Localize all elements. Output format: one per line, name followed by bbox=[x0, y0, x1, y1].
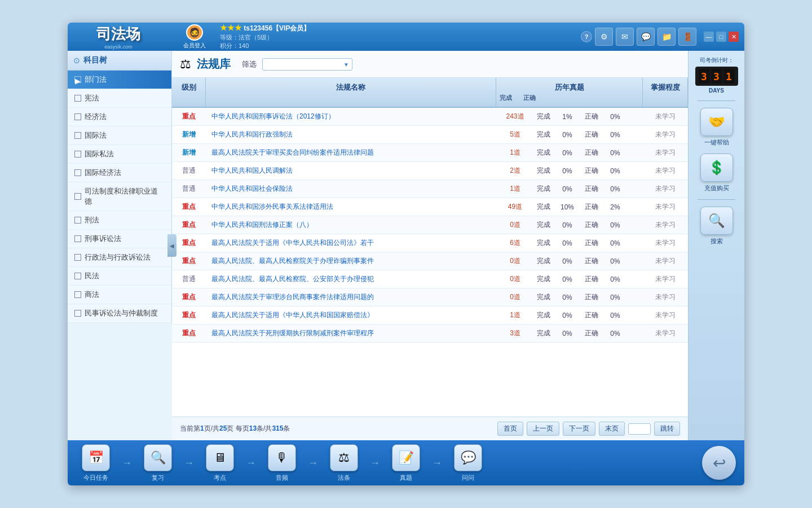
row-name: 最高人民法院、最高人民检察院关于办理诈骗刑事案件 bbox=[206, 252, 496, 270]
row-mastery: 未学习 bbox=[643, 108, 688, 125]
checkbox-guojifa bbox=[74, 132, 81, 139]
countdown-section: 司考倒计时： 3 3 1 DAYS bbox=[695, 56, 738, 94]
nav-exam-point[interactable]: 🖥 考点 bbox=[197, 443, 242, 483]
row-tag: 新增 bbox=[172, 126, 206, 143]
ask-icon: 💬 bbox=[454, 444, 482, 471]
checkbox-xingzhengfa bbox=[74, 254, 81, 261]
law-link[interactable]: 最高人民法院关于审理涉台民商事案件法律适用问题的 bbox=[211, 293, 374, 301]
sidebar-item-shangfa[interactable]: 商法 bbox=[68, 286, 171, 304]
help-icon[interactable]: ? bbox=[581, 31, 592, 42]
law-link[interactable]: 中华人民共和国刑事诉讼法（2012修订） bbox=[211, 112, 335, 120]
sidebar-item-xingzhengfa[interactable]: 行政法与行政诉讼法 bbox=[68, 248, 171, 267]
law-link[interactable]: 最高人民法院关于死刑缓期执行限制减刑案件审理程序 bbox=[211, 329, 374, 337]
law-link[interactable]: 中华人民共和国涉外民事关系法律适用法 bbox=[211, 203, 333, 211]
help-button[interactable]: 🤝 一键帮助 bbox=[694, 108, 739, 147]
sidebar-wrapper: ⊙ 科目树 ▶ 部门法 宪法 经济法 国际法 bbox=[68, 51, 172, 440]
row-tag: 重点 bbox=[172, 252, 206, 270]
col-level: 级别 bbox=[172, 78, 206, 107]
law-link[interactable]: 中华人民共和国刑法修正案（八） bbox=[211, 221, 313, 229]
last-page-button[interactable]: 末页 bbox=[599, 422, 625, 436]
recharge-button[interactable]: 💲 充值购买 bbox=[694, 154, 739, 192]
filter-select[interactable] bbox=[262, 58, 352, 71]
jump-button[interactable]: 跳转 bbox=[654, 422, 680, 436]
law-link[interactable]: 最高人民法院、最高人民检察院关于办理诈骗刑事案件 bbox=[211, 257, 374, 265]
nav-audio[interactable]: 🎙 音频 bbox=[259, 443, 304, 483]
sidebar-item-label: 国际法 bbox=[85, 130, 107, 141]
law-link[interactable]: 最高人民法院关于适用《中华人民共和国公司法》若干 bbox=[211, 239, 374, 247]
first-page-button[interactable]: 首页 bbox=[497, 422, 523, 436]
sidebar-item-guojijingjifa[interactable]: 国际经济法 bbox=[68, 164, 171, 182]
recharge-btn-label: 充值购买 bbox=[704, 184, 729, 192]
law-link[interactable]: 最高人民法院关于适用《中华人民共和国国家赔偿法》 bbox=[211, 311, 374, 319]
exit-icon[interactable]: 🚪 bbox=[678, 28, 696, 46]
maximize-button[interactable]: □ bbox=[716, 32, 726, 42]
back-icon: ↩ bbox=[702, 446, 736, 480]
login-button[interactable]: 🧔 会员登入 bbox=[175, 24, 214, 50]
page-jump-input[interactable] bbox=[628, 423, 651, 435]
nav-ask[interactable]: 💬 问问 bbox=[445, 443, 491, 483]
logo-text: 司法场 bbox=[96, 24, 140, 44]
sidebar-collapse-handle[interactable]: ◀ bbox=[167, 234, 176, 257]
nav-today-tasks[interactable]: 📅 今日任务 bbox=[73, 443, 118, 483]
prev-page-button[interactable]: 上一页 bbox=[527, 422, 559, 436]
nav-exam[interactable]: 📝 真题 bbox=[383, 443, 429, 483]
checkbox-guojisifa bbox=[74, 151, 81, 157]
table-row: 普通 最高人民法院、最高人民检察院、公安部关于办理侵犯 0道 完成 0% 正确 … bbox=[172, 270, 688, 288]
sidebar-item-jingjifa[interactable]: 经济法 bbox=[68, 108, 171, 126]
row-name: 最高人民法院、最高人民检察院、公安部关于办理侵犯 bbox=[206, 270, 496, 288]
col-history-done: 完成 bbox=[500, 94, 512, 102]
row-tag: 重点 bbox=[172, 198, 206, 216]
counter-label: 司考倒计时： bbox=[695, 56, 738, 64]
table-row: 重点 最高人民法院、最高人民检察院关于办理诈骗刑事案件 0道 完成 0% 正确 … bbox=[172, 252, 688, 270]
digit-1: 3 bbox=[699, 69, 710, 84]
nav-arrow-6: → bbox=[432, 457, 442, 469]
chat-icon[interactable]: 💬 bbox=[637, 28, 655, 46]
minimize-button[interactable]: — bbox=[704, 32, 714, 42]
law-link[interactable]: 最高人民法院、最高人民检察院、公安部关于办理侵犯 bbox=[211, 275, 374, 283]
sidebar-header[interactable]: ⊙ 科目树 bbox=[68, 51, 171, 71]
sidebar-item-label: 国际经济法 bbox=[85, 168, 121, 178]
law-link[interactable]: 最高人民法院关于审理买卖合同纠纷案件适用法律问题 bbox=[211, 148, 374, 156]
col-history: 历年真题 完成 正确 bbox=[496, 78, 643, 107]
table-header: 级别 法规名称 历年真题 完成 正确 掌握程度 bbox=[172, 78, 688, 108]
row-mastery: 未学习 bbox=[643, 216, 688, 234]
search-button[interactable]: 🔍 搜索 bbox=[694, 207, 739, 246]
col-name: 法规名称 bbox=[206, 78, 496, 107]
settings-icon[interactable]: ⚙ bbox=[595, 28, 613, 46]
win-controls: — □ ✕ bbox=[704, 32, 739, 42]
next-page-button[interactable]: 下一页 bbox=[563, 422, 595, 436]
sidebar-item-guojisifa[interactable]: 国际私法 bbox=[68, 145, 171, 164]
row-name: 中华人民共和国社会保险法 bbox=[206, 180, 496, 198]
row-history: 1道 完成 0% 正确 0% bbox=[496, 144, 643, 161]
sidebar-item-label: 宪法 bbox=[85, 93, 99, 103]
table-row: 普通 中华人民共和国人民调解法 2道 完成 0% 正确 0% 未学习 bbox=[172, 162, 688, 180]
nav-review[interactable]: 🔍 复习 bbox=[135, 443, 180, 483]
message-icon[interactable]: ✉ bbox=[616, 28, 634, 46]
folder-icon[interactable]: 📁 bbox=[657, 28, 676, 46]
search-btn-label: 搜索 bbox=[710, 237, 723, 246]
sidebar-item-minshisusong[interactable]: 民事诉讼法与仲裁制度 bbox=[68, 304, 171, 323]
sidebar-item-xingfa[interactable]: 刑法 bbox=[68, 211, 171, 230]
pagination: 当前第1页/共25页 每页13条/共315条 首页 上一页 下一页 末页 跳转 bbox=[172, 417, 688, 440]
row-mastery: 未学习 bbox=[643, 234, 688, 252]
law-link[interactable]: 中华人民共和国社会保险法 bbox=[211, 185, 293, 192]
sidebar-item-xingshisusong[interactable]: 刑事诉讼法 bbox=[68, 230, 171, 248]
checkbox-xingfa bbox=[74, 217, 81, 224]
close-button[interactable]: ✕ bbox=[729, 32, 739, 42]
row-tag: 普通 bbox=[172, 270, 206, 288]
logo-sub: easysik.com bbox=[96, 44, 140, 50]
row-tag: 重点 bbox=[172, 234, 206, 252]
sidebar-item-sifahezidu[interactable]: 司法制度和法律职业道德 bbox=[68, 182, 171, 211]
back-button[interactable]: ↩ bbox=[699, 443, 739, 483]
law-label: 法条 bbox=[338, 474, 350, 482]
row-history: 3道 完成 0% 正确 0% bbox=[496, 325, 643, 342]
body-area: ⊙ 科目树 ▶ 部门法 宪法 经济法 国际法 bbox=[68, 51, 744, 440]
nav-law[interactable]: ⚖ 法条 bbox=[321, 443, 367, 483]
sidebar-item-xianfa[interactable]: 宪法 bbox=[68, 89, 171, 108]
table-row: 重点 最高人民法院关于死刑缓期执行限制减刑案件审理程序 3道 完成 0% 正确 … bbox=[172, 325, 688, 343]
sidebar-item-bumenfa[interactable]: ▶ 部门法 bbox=[68, 71, 171, 89]
law-link[interactable]: 中华人民共和国人民调解法 bbox=[211, 167, 293, 174]
sidebar-item-minfa[interactable]: 民法 bbox=[68, 267, 171, 286]
law-link[interactable]: 中华人民共和国行政强制法 bbox=[211, 130, 293, 138]
sidebar-item-guojifa[interactable]: 国际法 bbox=[68, 126, 171, 145]
